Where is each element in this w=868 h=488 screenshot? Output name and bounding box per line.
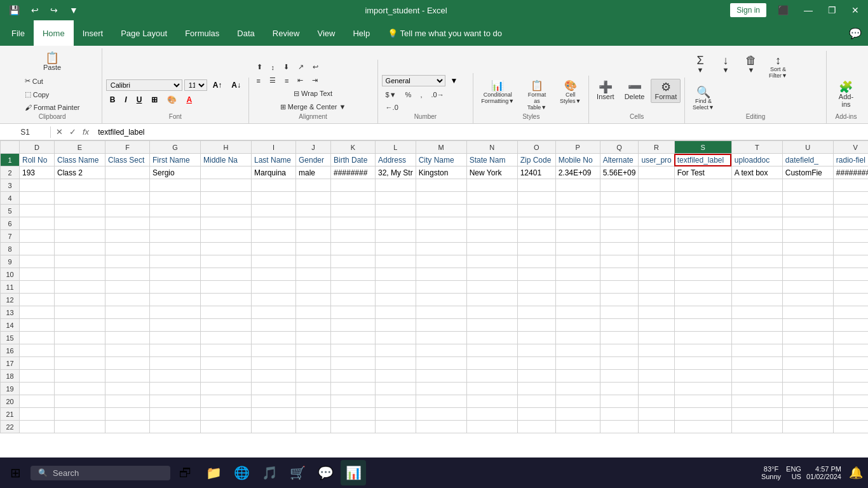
col-header-P[interactable]: P [555, 141, 600, 154]
cell-U6[interactable] [782, 217, 833, 230]
col-header-I[interactable]: I [252, 141, 296, 154]
cell-D12[interactable] [20, 294, 55, 306]
menu-data[interactable]: Data [228, 20, 263, 46]
cell-H17[interactable] [201, 357, 252, 370]
cell-U8[interactable] [782, 243, 833, 255]
cell-S9[interactable] [674, 255, 731, 268]
cell-Q18[interactable] [600, 370, 639, 383]
cell-N21[interactable] [466, 408, 517, 421]
format-as-table-btn[interactable]: 📋 Format asTable▼ [520, 77, 553, 113]
cell-S16[interactable] [674, 344, 731, 357]
cell-S6[interactable] [674, 217, 731, 230]
cell-S1[interactable]: textfiled_label [674, 154, 731, 166]
cell-D4[interactable] [20, 192, 55, 205]
cell-L14[interactable] [376, 319, 416, 332]
cell-O2[interactable]: 12401 [517, 166, 555, 179]
cell-P17[interactable] [555, 357, 600, 370]
cell-Q12[interactable] [600, 294, 639, 306]
percent-btn[interactable]: % [402, 89, 416, 100]
cell-R2[interactable] [639, 166, 674, 179]
cell-E6[interactable] [55, 217, 105, 230]
cell-K10[interactable] [331, 268, 376, 281]
cell-G12[interactable] [150, 294, 201, 306]
cell-T7[interactable] [731, 230, 782, 243]
cell-P3[interactable] [555, 179, 600, 192]
row-header-5[interactable]: 5 [1, 205, 20, 217]
row-header-10[interactable]: 10 [1, 268, 20, 281]
text-direction-btn[interactable]: ↗ [294, 61, 308, 73]
cell-H18[interactable] [201, 370, 252, 383]
currency-btn[interactable]: $▼ [382, 89, 400, 100]
cell-R19[interactable] [639, 383, 674, 395]
cell-T13[interactable] [731, 306, 782, 319]
cell-L1[interactable]: Address [376, 154, 416, 166]
cell-I13[interactable] [252, 306, 296, 319]
cell-S2[interactable]: For Test [674, 166, 731, 179]
cell-F19[interactable] [105, 383, 150, 395]
cell-H4[interactable] [201, 192, 252, 205]
cell-P18[interactable] [555, 370, 600, 383]
cell-H3[interactable] [201, 179, 252, 192]
fill-color-btn[interactable]: 🎨 [163, 93, 180, 106]
cell-K13[interactable] [331, 306, 376, 319]
clear-btn[interactable]: 🗑 ▼ [740, 52, 763, 76]
cell-D21[interactable] [20, 408, 55, 421]
start-button[interactable]: ⊞ [3, 460, 28, 485]
cell-F4[interactable] [105, 192, 150, 205]
row-header-6[interactable]: 6 [1, 217, 20, 230]
cell-T9[interactable] [731, 255, 782, 268]
cell-J15[interactable] [296, 332, 331, 344]
underline-btn[interactable]: U [133, 93, 146, 106]
cell-P16[interactable] [555, 344, 600, 357]
cell-R20[interactable] [639, 395, 674, 408]
redo-btn[interactable]: ↪ [46, 3, 62, 18]
cell-U14[interactable] [782, 319, 833, 332]
cell-V22[interactable] [833, 421, 868, 433]
row-header-1[interactable]: 1 [1, 154, 20, 166]
cell-P2[interactable]: 2.34E+09 [555, 166, 600, 179]
cell-E19[interactable] [55, 383, 105, 395]
cell-L17[interactable] [376, 357, 416, 370]
cell-O20[interactable] [517, 395, 555, 408]
row-header-17[interactable]: 17 [1, 357, 20, 370]
cell-M3[interactable] [416, 179, 466, 192]
cell-U9[interactable] [782, 255, 833, 268]
cell-I7[interactable] [252, 230, 296, 243]
cell-K1[interactable]: Birth Date [331, 154, 376, 166]
cell-D5[interactable] [20, 205, 55, 217]
col-header-T[interactable]: T [731, 141, 782, 154]
cell-R1[interactable]: user_pro [639, 154, 674, 166]
cell-K6[interactable] [331, 217, 376, 230]
cell-J22[interactable] [296, 421, 331, 433]
cell-E1[interactable]: Class Name [55, 154, 105, 166]
cell-F6[interactable] [105, 217, 150, 230]
cell-Q13[interactable] [600, 306, 639, 319]
cell-I14[interactable] [252, 319, 296, 332]
cell-M9[interactable] [416, 255, 466, 268]
sign-in-button[interactable]: Sign in [730, 3, 766, 17]
cell-U18[interactable] [782, 370, 833, 383]
cell-J21[interactable] [296, 408, 331, 421]
cell-M16[interactable] [416, 344, 466, 357]
cell-F10[interactable] [105, 268, 150, 281]
cell-J12[interactable] [296, 294, 331, 306]
col-header-U[interactable]: U [782, 141, 833, 154]
cell-G2[interactable]: Sergio [150, 166, 201, 179]
cell-Q14[interactable] [600, 319, 639, 332]
cell-N1[interactable]: State Nam [466, 154, 517, 166]
cell-H12[interactable] [201, 294, 252, 306]
cell-Q22[interactable] [600, 421, 639, 433]
cell-O17[interactable] [517, 357, 555, 370]
fill-btn[interactable]: ↓ ▼ [714, 52, 737, 76]
cell-S7[interactable] [674, 230, 731, 243]
cell-V16[interactable] [833, 344, 868, 357]
cell-M14[interactable] [416, 319, 466, 332]
cell-N6[interactable] [466, 217, 517, 230]
decrease-decimal-btn[interactable]: ←.0 [382, 102, 402, 113]
cell-T20[interactable] [731, 395, 782, 408]
col-header-V[interactable]: V [833, 141, 868, 154]
cell-H21[interactable] [201, 408, 252, 421]
cell-K8[interactable] [331, 243, 376, 255]
cell-H5[interactable] [201, 205, 252, 217]
cell-D15[interactable] [20, 332, 55, 344]
